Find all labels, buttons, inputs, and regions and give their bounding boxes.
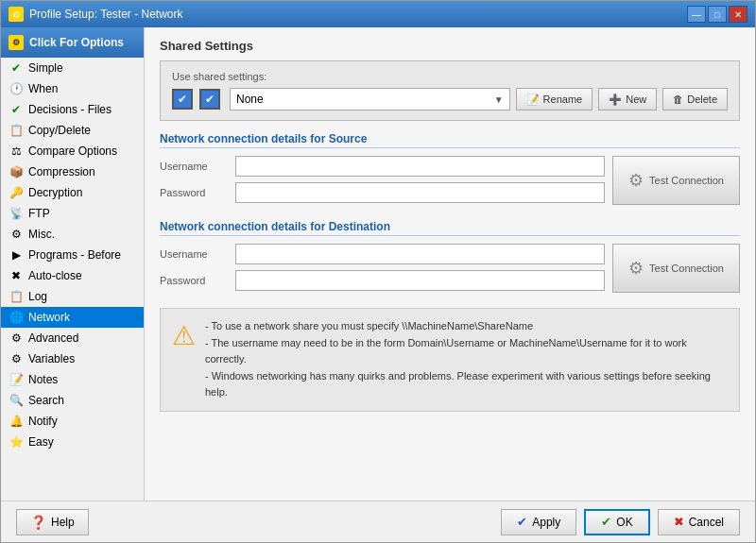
bottom-bar: ❓ Help ✔ Apply ✔ OK ✖ Cancel [1, 501, 755, 542]
sidebar-item-notes[interactable]: 📝 Notes [1, 369, 144, 390]
simple-icon: ✔ [9, 60, 24, 76]
source-username-row: Username [160, 156, 605, 177]
help-button[interactable]: ❓ Help [16, 509, 89, 535]
sidebar-item-label: Search [28, 394, 64, 407]
close-button[interactable]: ✕ [729, 6, 747, 23]
sidebar-item-search[interactable]: 🔍 Search [1, 390, 144, 411]
destination-inputs: Username Password [160, 244, 605, 297]
sidebar-item-log[interactable]: 📋 Log [1, 286, 144, 307]
destination-username-input[interactable] [235, 244, 605, 264]
delete-button[interactable]: 🗑 Delete [662, 88, 728, 110]
sidebar-item-label: Misc. [28, 228, 55, 241]
warning-box: ⚠ - To use a network share you must spec… [160, 308, 740, 412]
sidebar: ⚙ Click For Options ✔ Simple 🕐 When ✔ De… [1, 27, 145, 501]
shared-settings-row: ✔ ✔ None ▼ 📝 Rename ➕ New [172, 88, 728, 110]
copy-delete-icon: 📋 [9, 123, 24, 138]
warning-icon: ⚠ [172, 320, 196, 351]
warning-line1: - To use a network share you must specif… [205, 318, 728, 335]
network-icon: 🌐 [9, 310, 24, 325]
sidebar-item-programs-before[interactable]: ▶ Programs - Before [1, 245, 144, 265]
apply-label: Apply [532, 516, 560, 529]
sidebar-item-ftp[interactable]: 📡 FTP [1, 203, 144, 224]
sidebar-item-copy-delete[interactable]: 📋 Copy/Delete [1, 120, 144, 141]
destination-password-label: Password [160, 275, 235, 286]
shared-checkbox-2[interactable]: ✔ [199, 89, 220, 110]
sidebar-header[interactable]: ⚙ Click For Options [1, 27, 144, 58]
sidebar-item-misc[interactable]: ⚙ Misc. [1, 224, 144, 245]
sidebar-item-label: Variables [28, 352, 75, 365]
shared-settings-dropdown[interactable]: None ▼ [230, 88, 510, 110]
destination-test-label: Test Connection [649, 263, 724, 274]
sidebar-item-label: Notify [28, 415, 58, 428]
source-password-label: Password [160, 187, 235, 198]
cancel-button[interactable]: ✖ Cancel [658, 509, 740, 535]
source-username-input[interactable] [235, 156, 605, 177]
programs-icon: ▶ [9, 247, 24, 263]
sidebar-item-label: Notes [28, 373, 58, 386]
titlebar-left: ⚙ Profile Setup: Tester - Network [9, 7, 183, 22]
apply-button[interactable]: ✔ Apply [501, 509, 576, 535]
notes-icon: 📝 [9, 372, 24, 387]
ok-button[interactable]: ✔ OK [584, 509, 649, 535]
shared-checkbox-1[interactable]: ✔ [172, 89, 193, 110]
sidebar-item-label: Decryption [28, 186, 82, 199]
sidebar-item-notify[interactable]: 🔔 Notify [1, 411, 144, 432]
source-test-connection-button[interactable]: ⚙ Test Connection [612, 156, 740, 205]
sidebar-item-label: Advanced [28, 331, 78, 345]
sidebar-item-label: Network [28, 311, 70, 324]
cancel-icon: ✖ [674, 515, 684, 529]
destination-username-row: Username [160, 244, 605, 264]
source-username-label: Username [160, 161, 235, 172]
destination-connection-title: Network connection details for Destinati… [160, 220, 740, 236]
dropdown-arrow-icon: ▼ [494, 94, 504, 105]
sidebar-item-compression[interactable]: 📦 Compression [1, 161, 144, 182]
sidebar-item-label: Compare Options [28, 144, 117, 158]
warning-line2: - The username may need to be in the for… [205, 335, 728, 368]
sidebar-item-decryption[interactable]: 🔑 Decryption [1, 182, 144, 203]
sidebar-item-label: Simple [28, 61, 63, 75]
sidebar-item-when[interactable]: 🕐 When [1, 78, 144, 99]
destination-username-label: Username [160, 248, 235, 260]
source-password-input[interactable] [235, 182, 605, 203]
search-icon: 🔍 [9, 393, 24, 408]
shared-settings-label: Use shared settings: [172, 71, 728, 82]
sidebar-item-advanced[interactable]: ⚙ Advanced [1, 328, 144, 348]
maximize-button[interactable]: □ [708, 6, 727, 23]
titlebar: ⚙ Profile Setup: Tester - Network — □ ✕ [1, 1, 755, 27]
sidebar-item-auto-close[interactable]: ✖ Auto-close [1, 265, 144, 286]
rename-icon: 📝 [526, 93, 540, 106]
test-connection-source-icon: ⚙ [628, 170, 644, 191]
main-window: ⚙ Profile Setup: Tester - Network — □ ✕ … [0, 0, 756, 543]
sidebar-item-label: Decisions - Files [28, 103, 112, 116]
sidebar-item-variables[interactable]: ⚙ Variables [1, 348, 144, 369]
destination-test-connection-button[interactable]: ⚙ Test Connection [612, 244, 740, 293]
cancel-label: Cancel [689, 516, 724, 529]
rename-button[interactable]: 📝 Rename [516, 88, 593, 110]
minimize-button[interactable]: — [687, 6, 706, 23]
sidebar-header-icon: ⚙ [9, 35, 24, 50]
sidebar-item-decisions-files[interactable]: ✔ Decisions - Files [1, 99, 144, 120]
window-title: Profile Setup: Tester - Network [29, 8, 183, 21]
titlebar-controls: — □ ✕ [687, 6, 747, 23]
sidebar-item-easy[interactable]: ⭐ Easy [1, 432, 144, 452]
dropdown-value: None [236, 93, 264, 106]
app-icon: ⚙ [9, 7, 24, 22]
destination-password-input[interactable] [235, 270, 605, 291]
compression-icon: 📦 [9, 164, 24, 179]
sidebar-item-label: Auto-close [28, 269, 82, 282]
content-area: ⚙ Click For Options ✔ Simple 🕐 When ✔ De… [1, 27, 755, 501]
compare-icon: ⚖ [9, 144, 24, 159]
source-connection-section: Network connection details for Source Us… [160, 132, 740, 209]
sidebar-item-simple[interactable]: ✔ Simple [1, 58, 144, 78]
source-inputs: Username Password [160, 156, 605, 209]
delete-icon: 🗑 [673, 93, 683, 105]
sidebar-item-label: Easy [28, 435, 54, 449]
sidebar-item-label: Log [28, 290, 47, 303]
decisions-icon: ✔ [9, 102, 24, 117]
shared-settings-box: Use shared settings: ✔ ✔ None ▼ 📝 Rename [160, 60, 740, 121]
sidebar-item-label: When [28, 82, 58, 95]
sidebar-item-network[interactable]: 🌐 Network [1, 307, 144, 328]
new-button[interactable]: ➕ New [598, 88, 657, 110]
source-test-label: Test Connection [649, 175, 724, 186]
sidebar-item-compare-options[interactable]: ⚖ Compare Options [1, 141, 144, 161]
